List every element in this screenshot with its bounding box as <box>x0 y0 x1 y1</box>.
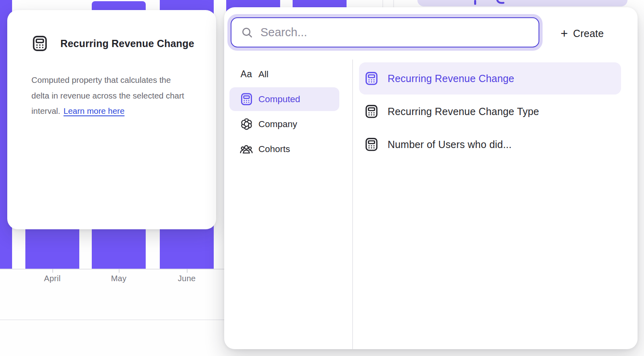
description-line: delta in revenue across the selected cha… <box>31 88 213 104</box>
calculator-icon <box>364 71 379 86</box>
calculator-icon <box>31 35 48 52</box>
result-item[interactable]: Number of Users who did... <box>359 128 621 161</box>
text-descender <box>474 0 476 5</box>
description-line: interval.Learn more here <box>31 103 213 119</box>
result-item-label: Recurring Revenue Change Type <box>388 106 539 117</box>
tooltip-header: Recurring Revenue Change <box>31 35 194 52</box>
text-style-icon: Aa <box>239 69 253 80</box>
search-input-halo <box>227 14 543 51</box>
property-tooltip-card: Recurring Revenue Change Computed proper… <box>7 10 216 229</box>
filter-item-label: Company <box>258 119 297 130</box>
app-stage: AprilMayJune Recurring Revenue Change Co… <box>0 0 644 356</box>
filter-item-computed[interactable]: Computed <box>229 87 339 111</box>
plus-icon: + <box>561 27 568 40</box>
result-item-label: Recurring Revenue Change <box>388 73 514 84</box>
x-axis-tick <box>187 269 188 273</box>
create-button[interactable]: + Create <box>561 26 604 41</box>
search-input[interactable] <box>260 21 539 45</box>
x-axis-label: June <box>178 274 196 283</box>
calculator-icon <box>364 137 379 152</box>
create-button-label: Create <box>573 28 604 39</box>
filter-item-cohorts[interactable]: Cohorts <box>229 137 339 161</box>
filter-item-label: Cohorts <box>258 144 290 154</box>
filter-item-label: Computed <box>258 94 300 105</box>
results-list: Recurring Revenue Change Recurring Reven… <box>359 62 621 161</box>
result-item[interactable]: Recurring Revenue Change <box>359 62 621 95</box>
x-axis-tick <box>52 269 53 273</box>
property-selector-panel: + Create Aa All <box>224 7 638 349</box>
tooltip-title: Recurring Revenue Change <box>60 38 194 49</box>
description-line-end: interval. <box>31 106 60 115</box>
cohorts-icon <box>239 142 253 156</box>
calculator-icon <box>364 104 379 119</box>
filter-item-all[interactable]: Aa All <box>229 62 339 86</box>
filter-item-company[interactable]: Company <box>229 112 339 136</box>
result-item[interactable]: Recurring Revenue Change Type <box>359 95 621 128</box>
x-axis-label: May <box>111 274 127 283</box>
description-line: Computed property that calculates the <box>31 72 213 88</box>
calculator-icon <box>239 93 253 106</box>
x-axis-tick <box>119 269 120 273</box>
learn-more-link[interactable]: Learn more here <box>64 106 125 115</box>
search-icon <box>241 27 253 39</box>
panel-divider <box>352 60 353 349</box>
result-item-label: Number of Users who did... <box>388 139 512 150</box>
highlighted-token-pill <box>417 0 627 6</box>
company-icon <box>239 117 253 131</box>
filter-list: Aa All Computed <box>229 62 339 162</box>
x-axis-label: April <box>44 274 61 283</box>
text-descender <box>496 0 507 6</box>
filter-item-label: All <box>258 69 268 80</box>
tooltip-description: Computed property that calculates the de… <box>31 72 213 119</box>
search-box[interactable] <box>231 17 539 47</box>
